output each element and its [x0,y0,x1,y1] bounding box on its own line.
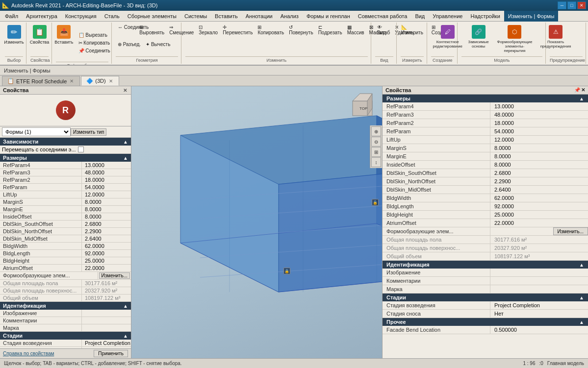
minimize-button[interactable]: ─ [558,1,566,9]
ribbon-btn-array[interactable]: ▦ Массив [345,24,366,36]
r-dim-label: AtriumOffset [383,219,490,227]
ribbon-btn-context-edit[interactable]: 🖊 Контекстноередактирование [431,24,464,56]
menu-architecture[interactable]: Архитектура [22,11,61,22]
ribbon-btn-move[interactable]: ✛ Переместить [221,24,255,36]
r-dim-value: 13.0000 [490,102,588,110]
tabs-row: 📋 ETFE Roof Schedule ✕ 🔷 (3D) ✕ [0,75,588,86]
view-cube[interactable]: TOP [348,91,377,121]
ribbon-label-warning: Предупреждение [550,56,583,63]
ribbon-btn-offset[interactable]: ⇒ Смещение [167,24,196,36]
r-dim-label: RefParam [383,127,490,135]
right-dim-row: MarginS8.0000 [383,144,588,152]
right-ident-row: Изображение [383,269,588,277]
right-other-collapse[interactable]: ▲ [579,319,584,325]
left-stages-collapse[interactable]: ▲ [123,333,128,339]
title-bar-left: 📐 Autodesk Revit 2021 - ARCH-Editing-Bas… [2,2,157,9]
menu-annotate[interactable]: Аннотации [242,11,277,22]
menu-manage[interactable]: Управление [429,11,466,22]
ribbon-btn-measure[interactable]: 📐 Измерить [399,24,425,36]
tab-roof-schedule[interactable]: 📋 ETFE Roof Schedule ✕ [2,76,80,86]
nav-icon-4[interactable]: ↕ [371,157,381,167]
right-stages-collapse[interactable]: ▲ [579,295,584,300]
right-stage-row: Стадия возведенияProject Completion [383,301,588,310]
dim-label: DblSkin_SouthOffset [0,221,82,227]
close-button[interactable]: ✕ [577,1,586,9]
right-panel-pin[interactable]: 📌 [574,87,580,93]
ribbon-btn-insert[interactable]: 📥 Вставить [52,24,76,46]
left-dim-row: BldgWidth62.0000 [0,243,131,250]
ribbon-btn-copy[interactable]: 📋 Вырезать [77,31,112,39]
dimensions-collapse[interactable]: ▲ [123,155,128,161]
left-identification-collapse[interactable]: ▲ [123,303,128,309]
ribbon-btn-modify[interactable]: ✏ Изменить [1,24,26,46]
nav-icon-1[interactable]: ⊕ [371,126,381,136]
menu-analyze[interactable]: Анализ [277,11,303,22]
right-section-other[interactable]: Прочее ▲ [383,318,588,326]
right-panel-close[interactable]: ✕ [581,87,585,93]
right-panel-header: Свойства 📌 ✕ [383,86,588,95]
r-dim-label: DblSkin_SouthOffset [383,169,490,177]
ribbon-btn-trim[interactable]: ⊏ Подрезать [316,24,344,36]
dep-checkbox[interactable] [78,147,84,152]
left-section-stages[interactable]: Стадии ▲ [0,332,131,340]
ribbon-btn-view[interactable]: 👁 Вид [375,24,393,36]
right-section-stages[interactable]: Стадии ▲ [383,294,588,301]
dim-value: 25.0000 [82,257,131,264]
right-identification-collapse[interactable]: ▲ [579,262,584,268]
tab-3d-close[interactable]: ✕ [108,78,114,84]
viewport-3d[interactable]: 🔒 🔒 🔒 TOP ⊕ ⊖ ⊞ ↕ [131,86,382,358]
ribbon-btn-align[interactable]: ⊞ Выровнять [137,24,166,36]
menu-massing[interactable]: Формы и генплан [303,11,354,22]
ribbon-btn-paste[interactable]: 📌 Соединить [77,47,112,54]
menu-view[interactable]: Вид [411,11,429,22]
dependencies-collapse[interactable]: ▲ [123,139,128,145]
menu-collaborate[interactable]: Совместная работа [354,11,411,22]
menu-steel[interactable]: Сталь [101,11,124,22]
left-panel-close[interactable]: ✕ [122,88,128,93]
ribbon-btn-mirror[interactable]: ⊡ Зеркало [197,24,220,36]
nav-icon-2[interactable]: ⊖ [371,137,381,147]
r-other-value: 0.500000 [490,326,588,334]
tab-3d[interactable]: 🔷 (3D) ✕ [81,76,119,86]
menu-addins[interactable]: Надстройки [466,11,504,22]
right-section-dimensions[interactable]: Размеры ▲ [383,95,588,102]
ribbon-btn-dependent[interactable]: 🔗 Зависимыеосновы [466,24,491,56]
right-form-elements-btn[interactable]: Изменить... [553,227,588,235]
ribbon-btn-form-elements[interactable]: ⬡ Формообразующиеэлементы-перекрытия [493,24,537,56]
r-stage-label: Стадия сноса [383,310,490,318]
r-dim-value: 92.0000 [490,202,588,210]
right-section-identification[interactable]: Идентификация ▲ [383,261,588,269]
change-type-button[interactable]: Изменить тип [71,128,106,136]
ribbon-btn-props[interactable]: 📋 Свойства [27,24,52,46]
r-area-value: 20327.920 м² [490,244,588,252]
right-stages-label: Стадии [386,294,406,300]
tab-roof-schedule-close[interactable]: ✕ [69,78,75,84]
menu-modify[interactable]: Изменить | Формы [504,11,559,22]
right-dimensions-collapse[interactable]: ▲ [579,96,584,101]
menu-prefab[interactable]: Сборные элементы [124,11,180,22]
ribbon-btn-cut[interactable]: ✂ Копировать [77,39,112,47]
ribbon-label-create: Создание [431,56,454,63]
right-form-elements-value [490,227,553,235]
left-form-elements-row: Формообразующие элем... Изменить... [0,272,131,280]
menu-file[interactable]: Файл [1,11,22,22]
ribbon-label-model: Модель [461,56,542,63]
left-section-dependencies[interactable]: Зависимости ▲ [0,138,131,146]
title-bar-controls[interactable]: ─ □ ✕ [558,1,586,9]
apply-button[interactable]: Применить [94,350,128,357]
help-link[interactable]: Справка по свойствам [3,351,54,356]
form-elements-icon: ⬡ [508,25,521,39]
forms-select[interactable]: Формы (1) [2,127,71,136]
nav-icon-3[interactable]: ⊞ [371,147,381,157]
left-dim-row: RefParam413.0000 [0,162,131,169]
revit-logo: R [56,100,76,120]
menu-insert[interactable]: Вставить [211,11,242,22]
maximize-button[interactable]: □ [567,1,576,9]
ribbon-btn-rotate[interactable]: ↺ Повернуть [287,24,315,36]
left-form-elements-btn[interactable]: Изменить... [99,272,130,279]
menu-construction[interactable]: Конструкция [61,11,101,22]
left-section-dimensions[interactable]: Размеры ▲ [0,154,131,162]
ribbon-btn-copy2[interactable]: ⊞ Копировать [256,24,286,36]
menu-systems[interactable]: Системы [180,11,211,22]
left-section-identification[interactable]: Идентификация ▲ [0,302,131,310]
